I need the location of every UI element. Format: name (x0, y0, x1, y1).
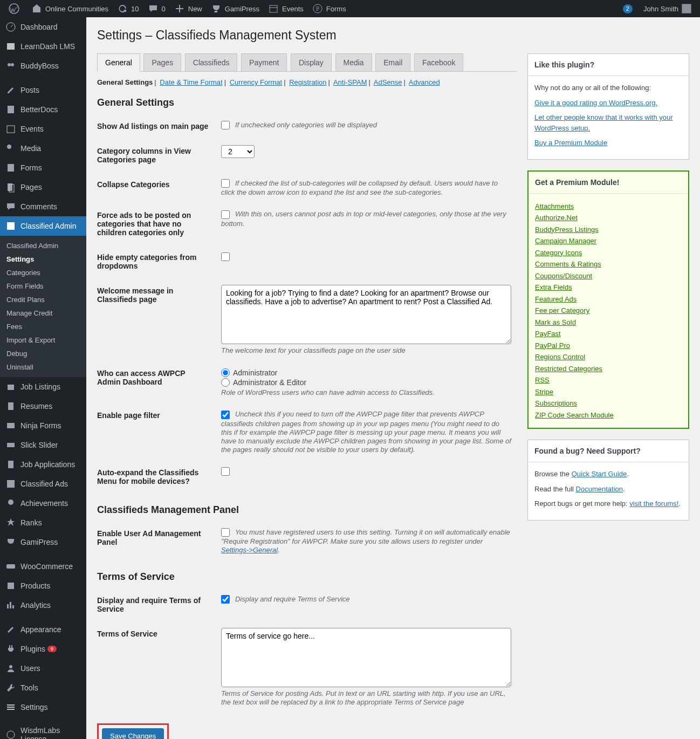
menu-media[interactable]: Media (0, 139, 86, 158)
premium-link-4[interactable]: Category Icons (535, 248, 682, 258)
premium-link-10[interactable]: Mark as Sold (535, 317, 682, 328)
link-rating[interactable]: Give it a good rating on WordPress.org. (534, 99, 657, 107)
tab-general[interactable]: General (97, 53, 140, 72)
menu-events[interactable]: Events (0, 119, 86, 139)
premium-link-11[interactable]: PayFast (535, 329, 682, 339)
sub-debug[interactable]: Debug (0, 347, 86, 360)
premium-link-12[interactable]: PayPal Pro (535, 340, 682, 351)
menu-buddyboss[interactable]: BuddyBoss (0, 56, 86, 76)
premium-link-18[interactable]: ZIP Code Search Module (535, 410, 682, 421)
subtab-date[interactable]: Date & Time Format (160, 78, 222, 86)
subtab-antispam[interactable]: Anti-SPAM (333, 78, 367, 86)
tab-payment[interactable]: Payment (241, 53, 287, 72)
menu-gamipress[interactable]: GamiPress (0, 532, 86, 552)
premium-link-17[interactable]: Subscriptions (535, 398, 682, 409)
premium-link-3[interactable]: Campaign Manager (535, 236, 682, 247)
menu-resumes[interactable]: Resumes (0, 396, 86, 416)
radio-admin[interactable] (221, 368, 230, 377)
save-button[interactable]: Save Changes (102, 728, 164, 739)
textarea-welcome[interactable]: Looking for a job? Trying to find a date… (221, 285, 511, 344)
textarea-tos[interactable]: Terms of service go here... (221, 628, 511, 687)
menu-learndash[interactable]: LearnDash LMS (0, 37, 86, 56)
link-buy[interactable]: Buy a Premium Module (534, 139, 607, 147)
premium-link-7[interactable]: Extra Fields (535, 282, 682, 293)
menu-tools[interactable]: Tools (0, 678, 86, 697)
premium-link-8[interactable]: Featured Ads (535, 294, 682, 305)
tab-classifieds[interactable]: Classifieds (185, 53, 238, 72)
link-docs[interactable]: Documentation (576, 485, 623, 493)
checkbox-userpanel[interactable] (221, 528, 230, 537)
subtab-adsense[interactable]: AdSense (374, 78, 402, 86)
checkbox-show-main[interactable] (221, 121, 230, 129)
tab-email[interactable]: Email (375, 53, 410, 72)
menu-posts[interactable]: Posts (0, 80, 86, 100)
menu-wisdmlabs[interactable]: WisdmLabs License (0, 722, 86, 739)
menu-job-listings[interactable]: Job Listings (0, 377, 86, 396)
premium-link-5[interactable]: Comments & Ratings (535, 259, 682, 270)
subtab-currency[interactable]: Currency Format (230, 78, 283, 86)
premium-link-1[interactable]: Authorize.Net (535, 213, 682, 223)
menu-forms[interactable]: Forms (0, 158, 86, 177)
sub-credit-plans[interactable]: Credit Plans (0, 293, 86, 306)
menu-ninja-forms[interactable]: Ninja Forms (0, 416, 86, 435)
menu-ranks[interactable]: Ranks (0, 513, 86, 532)
checkbox-collapse[interactable] (221, 179, 230, 188)
link-settings-general[interactable]: Settings->General (221, 546, 278, 554)
tab-facebook[interactable]: Facebook (414, 53, 463, 72)
forms-bar[interactable]: Forms (308, 0, 351, 17)
new-content[interactable]: New (170, 0, 207, 17)
menu-classified-admin[interactable]: Classified Admin (0, 216, 86, 236)
menu-achievements[interactable]: Achievements (0, 494, 86, 513)
premium-link-2[interactable]: BuddyPress Listings (535, 224, 682, 235)
menu-settings[interactable]: Settings (0, 697, 86, 717)
menu-analytics[interactable]: Analytics (0, 596, 86, 615)
radio-admin-editor[interactable] (221, 378, 230, 387)
tab-display[interactable]: Display (291, 53, 332, 72)
checkbox-pagefilter[interactable] (221, 410, 230, 419)
premium-link-6[interactable]: Coupons/Discount (535, 271, 682, 282)
sub-categories[interactable]: Categories (0, 266, 86, 279)
site-name[interactable]: Online Communities (27, 0, 113, 17)
subtab-registration[interactable]: Registration (289, 78, 326, 86)
sub-settings[interactable]: Settings (0, 252, 86, 266)
events-bar[interactable]: Events (264, 0, 308, 17)
menu-plugins[interactable]: Plugins9 (0, 639, 86, 659)
sub-form-fields[interactable]: Form Fields (0, 279, 86, 293)
premium-link-9[interactable]: Fee per Category (535, 305, 682, 316)
menu-dashboard[interactable]: Dashboard (0, 17, 86, 37)
premium-link-13[interactable]: Regions Control (535, 352, 682, 362)
my-account[interactable]: John Smith (639, 0, 696, 17)
menu-job-applications[interactable]: Job Applications (0, 455, 86, 474)
checkbox-autoexpand[interactable] (221, 467, 230, 476)
checkbox-hide-empty[interactable] (221, 252, 230, 261)
premium-link-14[interactable]: Restricted Categories (535, 364, 682, 374)
link-forums[interactable]: visit the forums! (629, 499, 678, 508)
subtab-advanced[interactable]: Advanced (409, 78, 440, 86)
menu-classified-ads[interactable]: Classified Ads (0, 474, 86, 494)
menu-comments[interactable]: Comments (0, 197, 86, 216)
sub-classified-admin[interactable]: Classified Admin (0, 239, 86, 252)
tab-media[interactable]: Media (335, 53, 372, 72)
notifications[interactable]: 2 (619, 0, 639, 17)
premium-link-16[interactable]: Stripe (535, 387, 682, 398)
updates[interactable]: 10 (113, 0, 143, 17)
sub-manage-credit[interactable]: Manage Credit (0, 306, 86, 320)
checkbox-force[interactable] (221, 210, 230, 219)
link-quickstart[interactable]: Quick Start Guide (572, 470, 627, 478)
menu-appearance[interactable]: Appearance (0, 620, 86, 639)
premium-link-0[interactable]: Attachments (535, 201, 682, 212)
menu-products[interactable]: Products (0, 576, 86, 596)
premium-link-15[interactable]: RSS (535, 375, 682, 386)
wp-logo[interactable] (4, 0, 27, 17)
gamipress-bar[interactable]: GamiPress (207, 0, 264, 17)
sub-fees[interactable]: Fees (0, 320, 86, 333)
sub-import-export[interactable]: Import & Export (0, 333, 86, 347)
menu-woocommerce[interactable]: WooCommerce (0, 557, 86, 576)
checkbox-tos-req[interactable] (221, 595, 230, 604)
menu-users[interactable]: Users (0, 659, 86, 678)
menu-slick-slider[interactable]: Slick Slider (0, 435, 86, 455)
select-cat-cols[interactable]: 2 (221, 145, 255, 158)
menu-pages[interactable]: Pages (0, 177, 86, 197)
comments[interactable]: 0 (143, 0, 170, 17)
menu-betterdocs[interactable]: BetterDocs (0, 100, 86, 119)
